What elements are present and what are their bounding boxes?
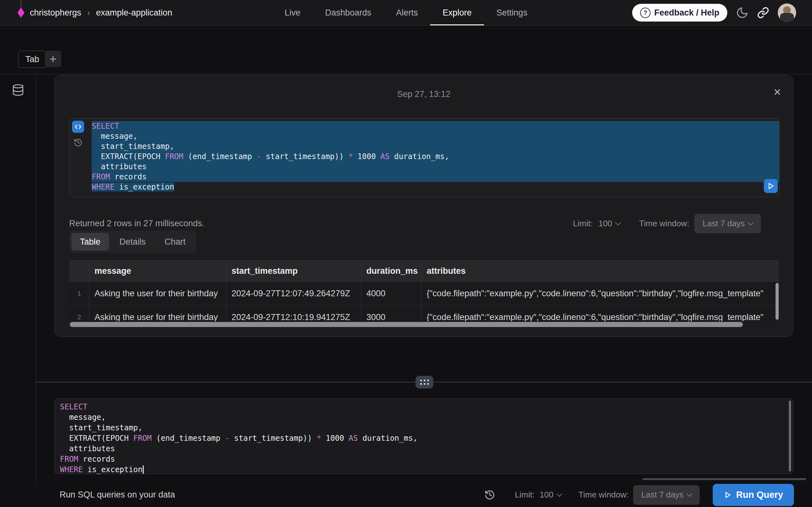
editor-horizontal-scrollbar[interactable] xyxy=(642,478,806,480)
run-historic-query-button[interactable] xyxy=(764,179,778,193)
table-row[interactable]: 2Asking the user for their birthday2024-… xyxy=(69,305,779,321)
table-cell: Asking the user for their birthday xyxy=(90,305,226,321)
sql-line: message, xyxy=(60,412,783,423)
play-icon xyxy=(723,491,732,499)
table-cell: 3000 xyxy=(361,305,421,321)
left-sidebar xyxy=(0,74,36,483)
share-link-button[interactable] xyxy=(757,7,769,19)
sql-editor[interactable]: SELECT message, start_timestamp, EXTRACT… xyxy=(54,398,793,474)
sql-line: start_timestamp, xyxy=(92,141,779,152)
logfire-logo-icon[interactable] xyxy=(17,8,24,18)
run-query-label: Run Query xyxy=(736,490,783,500)
results-table: messagestart_timestampduration_msattribu… xyxy=(69,260,779,321)
sql-line: FROM records xyxy=(92,172,779,182)
sql-line: SELECT xyxy=(60,402,783,412)
database-icon xyxy=(12,83,24,96)
table-cell: 2024-09-27T12:10:19.941275Z xyxy=(226,305,361,321)
feedback-help-button[interactable]: ? Feedback / Help xyxy=(632,4,727,21)
time-window-value: Last 7 days xyxy=(641,490,683,500)
sql-line: SELECT xyxy=(92,121,779,131)
chevron-down-icon xyxy=(687,491,692,497)
moon-icon xyxy=(736,6,749,19)
play-icon xyxy=(767,182,775,190)
column-header: start_timestamp xyxy=(226,261,361,281)
limit-value: 100 xyxy=(540,490,553,500)
table-vertical-scrollbar[interactable] xyxy=(775,283,779,320)
column-header xyxy=(69,261,90,281)
editor-vertical-scrollbar[interactable] xyxy=(789,400,791,471)
table-horizontal-scrollbar[interactable] xyxy=(70,322,743,327)
breadcrumb-project[interactable]: example-application xyxy=(96,8,172,18)
close-icon[interactable]: × xyxy=(774,86,781,98)
table-cell: 4000 xyxy=(361,282,421,305)
nav-item-dashboards[interactable]: Dashboards xyxy=(313,0,384,25)
user-avatar[interactable] xyxy=(778,3,796,22)
sql-editor-code[interactable]: SELECT message, start_timestamp, EXTRACT… xyxy=(60,402,783,474)
time-window-value: Last 7 days xyxy=(703,219,745,228)
table-cell: {"code.filepath":"example.py","code.line… xyxy=(421,282,779,305)
view-tab-table[interactable]: Table xyxy=(71,233,109,250)
table-cell: {"code.filepath":"example.py","code.line… xyxy=(421,305,779,321)
sql-line: message, xyxy=(92,131,779,141)
question-circle-icon: ? xyxy=(640,8,651,18)
query-history-card: Sep 27, 13:12 × SELECT message, start_ti… xyxy=(54,75,793,337)
breadcrumb-org[interactable]: christophergs xyxy=(30,8,81,18)
limit-value: 100 xyxy=(599,219,612,228)
table-horizontal-scrollbar-track xyxy=(69,322,779,327)
pane-resize-handle[interactable] xyxy=(415,376,433,389)
chevron-down-icon xyxy=(748,220,753,225)
result-summary-row: Returned 2 rows in 27 milliseconds. Limi… xyxy=(69,214,761,233)
nav-item-settings[interactable]: Settings xyxy=(484,0,540,25)
table-header-row: messagestart_timestampduration_msattribu… xyxy=(69,260,779,282)
sql-line: attributes xyxy=(92,162,779,172)
dark-mode-toggle[interactable] xyxy=(736,6,749,19)
run-query-button[interactable]: Run Query xyxy=(713,484,794,506)
view-tabs: TableDetailsChart xyxy=(69,231,196,253)
breadcrumb: christophergs › example-application xyxy=(17,0,172,25)
chevron-down-icon xyxy=(615,220,621,225)
nav-item-alerts[interactable]: Alerts xyxy=(384,0,430,25)
history-icon xyxy=(73,138,83,147)
sql-line: EXTRACT(EPOCH FROM (end_timestamp - star… xyxy=(92,152,779,162)
sql-line: WHERE is_exception xyxy=(92,182,779,192)
breadcrumb-separator-icon: › xyxy=(87,8,91,18)
view-tab-chart[interactable]: Chart xyxy=(156,233,194,250)
query-history-button[interactable] xyxy=(484,490,495,500)
nav-item-explore[interactable]: Explore xyxy=(430,0,484,25)
limit-select[interactable]: 100 xyxy=(540,490,561,500)
sql-line: attributes xyxy=(60,444,783,454)
query-timestamp: Sep 27, 13:12 xyxy=(55,89,793,99)
column-header: message xyxy=(90,261,226,281)
historic-sql-code[interactable]: SELECT message, start_timestamp, EXTRACT… xyxy=(92,121,779,197)
table-cell: Asking the user for their birthday xyxy=(90,282,226,305)
time-window-select[interactable]: Last 7 days xyxy=(633,485,700,505)
historic-query-block[interactable]: SELECT message, start_timestamp, EXTRACT… xyxy=(69,118,780,198)
query-history-button[interactable] xyxy=(73,138,83,147)
sql-line: WHERE is_exception xyxy=(60,464,783,475)
column-header: attributes xyxy=(421,261,779,281)
drag-dots-icon xyxy=(420,380,429,385)
view-tab-details[interactable]: Details xyxy=(111,233,154,250)
sql-line: EXTRACT(EPOCH FROM (end_timestamp - star… xyxy=(60,433,783,444)
schema-browser-button[interactable] xyxy=(12,83,24,483)
query-tab[interactable]: Tab xyxy=(18,51,47,68)
text-cursor xyxy=(143,465,144,474)
nav-item-live[interactable]: Live xyxy=(272,0,313,25)
result-summary: Returned 2 rows in 27 milliseconds. xyxy=(69,219,204,228)
table-cell: 2 xyxy=(69,305,90,321)
link-icon xyxy=(757,7,769,19)
limit-select[interactable]: 100 xyxy=(599,219,620,228)
add-tab-button[interactable]: + xyxy=(45,51,61,67)
content-top-border xyxy=(0,74,812,74)
sql-line: start_timestamp, xyxy=(60,423,783,433)
limit-label: Limit: xyxy=(515,490,535,500)
table-cell: 2024-09-27T12:07:49.264279Z xyxy=(226,282,361,305)
main-nav: LiveDashboardsAlertsExploreSettings xyxy=(272,0,540,25)
copy-to-editor-button[interactable] xyxy=(72,121,84,133)
history-icon xyxy=(484,490,495,500)
code-icon xyxy=(74,123,82,131)
table-row[interactable]: 1Asking the user for their birthday2024-… xyxy=(69,282,779,305)
time-window-select[interactable]: Last 7 days xyxy=(694,214,761,233)
footer-controls: Limit: 100 Time window: Last 7 days Run … xyxy=(484,483,794,507)
time-window-label: Time window: xyxy=(639,219,689,228)
